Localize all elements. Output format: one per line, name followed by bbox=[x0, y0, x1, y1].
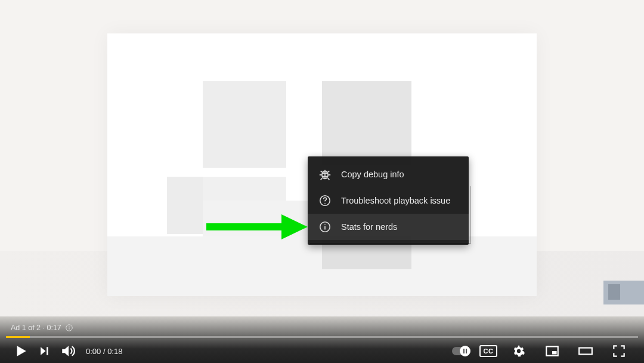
miniplayer-icon bbox=[544, 343, 560, 359]
pixelated-block bbox=[203, 81, 286, 168]
next-button[interactable] bbox=[32, 339, 56, 363]
pixelated-block bbox=[167, 177, 203, 234]
side-thumbnail bbox=[603, 281, 644, 304]
help-icon bbox=[318, 194, 332, 207]
ad-indicator-text: Ad 1 of 2 · 0:17 bbox=[11, 324, 61, 332]
bug-icon bbox=[318, 168, 332, 181]
volume-button[interactable] bbox=[56, 339, 80, 363]
autoplay-toggle[interactable] bbox=[452, 347, 470, 355]
right-controls: CC bbox=[452, 339, 636, 363]
theater-icon bbox=[578, 343, 593, 359]
theater-button[interactable] bbox=[574, 339, 597, 363]
subtitles-button[interactable]: CC bbox=[479, 345, 497, 357]
player-bottom-bar: Ad 1 of 2 · 0:17 0:00 / 0:18 CC bbox=[0, 316, 644, 363]
svg-rect-7 bbox=[552, 351, 557, 354]
play-button[interactable] bbox=[8, 339, 32, 363]
time-display: 0:00 / 0:18 bbox=[86, 347, 122, 356]
play-icon bbox=[13, 343, 28, 359]
progress-bar[interactable] bbox=[6, 336, 638, 338]
gear-icon bbox=[512, 344, 525, 358]
svg-point-4 bbox=[324, 224, 326, 226]
pause-icon bbox=[463, 349, 467, 353]
menu-item-label: Copy debug info bbox=[341, 170, 404, 179]
player-context-menu: Copy debug info Troubleshoot playback is… bbox=[308, 156, 469, 245]
fullscreen-icon bbox=[611, 343, 627, 359]
ad-indicator[interactable]: Ad 1 of 2 · 0:17 bbox=[11, 324, 73, 332]
side-thumbnail-inner bbox=[608, 284, 620, 300]
autoplay-knob bbox=[460, 346, 470, 356]
cc-label: CC bbox=[484, 347, 494, 355]
menu-item-copy-debug-info[interactable]: Copy debug info bbox=[308, 161, 469, 187]
progress-fill bbox=[6, 336, 30, 338]
annotation-arrow bbox=[206, 218, 309, 235]
player-controls: 0:00 / 0:18 CC bbox=[0, 339, 644, 363]
volume-icon bbox=[60, 343, 76, 359]
miniplayer-button[interactable] bbox=[540, 339, 564, 363]
menu-item-label: Troubleshoot playback issue bbox=[341, 196, 450, 205]
svg-point-2 bbox=[324, 203, 326, 204]
settings-button[interactable] bbox=[507, 339, 531, 363]
pixelated-block bbox=[203, 177, 286, 201]
menu-item-stats-for-nerds[interactable]: Stats for nerds bbox=[308, 214, 469, 240]
svg-point-6 bbox=[69, 326, 69, 327]
svg-rect-8 bbox=[579, 348, 592, 355]
pixelated-block bbox=[322, 81, 411, 165]
menu-item-label: Stats for nerds bbox=[341, 222, 397, 232]
fullscreen-button[interactable] bbox=[607, 339, 631, 363]
next-icon bbox=[38, 345, 50, 357]
menu-item-troubleshoot-playback[interactable]: Troubleshoot playback issue bbox=[308, 187, 469, 214]
info-icon bbox=[318, 220, 332, 233]
info-icon bbox=[65, 324, 73, 332]
